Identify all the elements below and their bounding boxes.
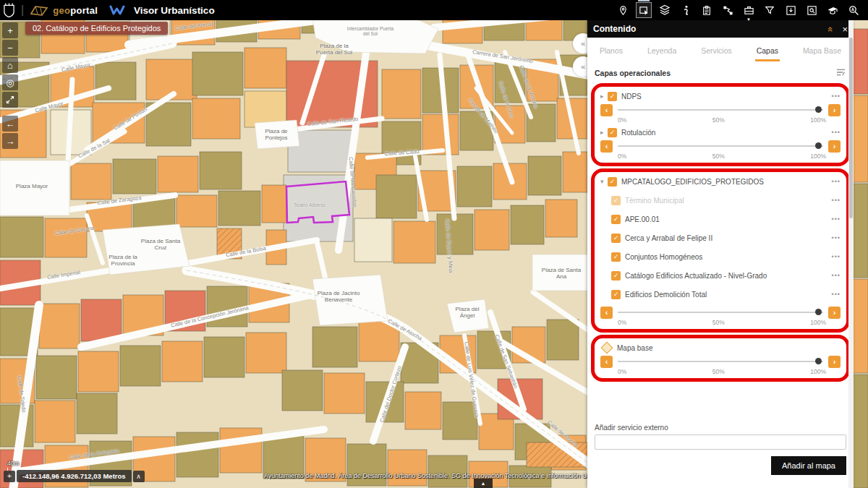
zoom-in-button[interactable]: +	[2, 22, 18, 38]
header-toolbar: ▼	[616, 3, 868, 17]
add-service-input[interactable]	[595, 435, 846, 450]
map-selection-icon[interactable]	[637, 3, 651, 17]
add-service-label: Añadir servicio externo	[595, 424, 846, 432]
tab-servicios[interactable]: Servicios	[699, 42, 733, 61]
layer-row-mapa-base[interactable]: Mapa base	[600, 342, 841, 354]
zoom-out-button[interactable]: −	[2, 40, 18, 56]
opacity-decrease-button[interactable]	[600, 356, 613, 368]
opacity-0-label: 0%	[618, 153, 626, 161]
fullscreen-button[interactable]	[2, 92, 18, 108]
layer-row-ndps[interactable]: ▸ NDPS	[600, 90, 841, 102]
map-attribution: Ayuntamiento de Madrid. Área de Desarrol…	[264, 472, 590, 479]
chevron-down-icon[interactable]: ▾	[600, 178, 608, 185]
opacity-increase-button[interactable]	[828, 104, 841, 116]
info-icon[interactable]	[678, 3, 693, 17]
chevron-right-icon[interactable]: ▸	[600, 93, 608, 100]
layer-row-edificios-demolicion[interactable]: Edificios Demolición Total	[611, 288, 841, 300]
clipboard-icon[interactable]	[699, 3, 714, 17]
checkbox-checked-icon[interactable]	[608, 92, 617, 101]
download-panel-icon[interactable]	[783, 3, 798, 17]
location-pin-icon[interactable]	[616, 3, 630, 17]
layer-row-termino-municipal[interactable]: Término Municipal	[611, 194, 841, 206]
checkbox-checked-icon[interactable]	[608, 128, 617, 137]
layer-menu-icon[interactable]	[832, 215, 841, 223]
opacity-track[interactable]	[618, 312, 823, 313]
cap-icon[interactable]	[825, 3, 840, 17]
forward-button[interactable]: →	[2, 133, 18, 149]
chevron-down-icon: ▼	[746, 17, 751, 22]
brand-geoportal[interactable]: geoportal	[53, 4, 98, 17]
opacity-decrease-button[interactable]	[600, 104, 613, 116]
opacity-100-label: 100%	[810, 153, 826, 161]
opacity-track[interactable]	[618, 109, 823, 111]
crosshair-icon[interactable]: +	[4, 471, 15, 482]
layer-order-icon[interactable]	[835, 67, 846, 80]
chevron-up-icon[interactable]: ∧	[133, 471, 145, 482]
section-title: Capas operacionales	[595, 69, 671, 77]
visor-logo-icon	[109, 4, 125, 16]
layer-menu-icon[interactable]	[832, 253, 841, 260]
checkbox-checked-icon[interactable]	[611, 252, 621, 262]
opacity-decrease-button[interactable]	[600, 140, 613, 153]
checkbox-checked-icon[interactable]	[611, 234, 621, 243]
layer-menu-icon[interactable]	[832, 234, 841, 241]
overview-window-icon[interactable]	[804, 3, 819, 17]
layer-label: Rotulación	[621, 129, 655, 137]
filter-icon[interactable]	[762, 3, 777, 17]
opacity-track[interactable]	[618, 145, 823, 147]
layer-row-ape-00-01[interactable]: APE.00.01	[611, 213, 841, 225]
layer-row-cerca-arrabal[interactable]: Cerca y Arrabal de Felipe II	[611, 232, 841, 244]
checkbox-checked-disabled-icon[interactable]	[611, 196, 621, 205]
collapse-panel-icon[interactable]: «	[826, 26, 835, 31]
home-button[interactable]: ⌂	[2, 57, 18, 73]
layer-menu-icon[interactable]	[832, 93, 841, 100]
add-to-map-button[interactable]: Añadir al mapa	[771, 456, 846, 475]
checkbox-checked-icon[interactable]	[608, 177, 617, 187]
layer-label: Conjuntos Homogéneos	[625, 253, 702, 261]
opacity-100-label: 100%	[810, 319, 826, 328]
layer-row-conjuntos-homogeneos[interactable]: Conjuntos Homogéneos	[611, 251, 841, 262]
tab-capas[interactable]: Capas	[755, 42, 780, 61]
layers-icon[interactable]	[658, 3, 672, 17]
toolbox-icon[interactable]: ▼	[741, 3, 756, 17]
opacity-increase-button[interactable]	[828, 356, 841, 368]
checkbox-checked-icon[interactable]	[611, 215, 621, 224]
bottom-panel-toggle[interactable]: ▲	[474, 479, 493, 488]
layer-menu-icon[interactable]	[832, 178, 841, 185]
panel-scrollbar[interactable]	[848, 20, 854, 488]
opacity-handle[interactable]	[815, 358, 822, 364]
opacity-decrease-button[interactable]	[600, 307, 613, 319]
chevron-right-icon[interactable]: ▸	[600, 129, 608, 136]
basemap-diamond-icon	[601, 342, 613, 354]
geoportal-logo-icon	[30, 4, 48, 17]
layer-menu-icon[interactable]	[832, 197, 841, 204]
opacity-increase-button[interactable]	[828, 140, 841, 153]
rotulacion-opacity-slider	[600, 140, 841, 153]
tab-leyenda[interactable]: Leyenda	[646, 42, 678, 61]
locate-button[interactable]: ◎	[2, 74, 18, 90]
close-panel-icon[interactable]: ×	[842, 25, 848, 34]
opacity-increase-button[interactable]	[828, 307, 841, 319]
tab-mapa-base[interactable]: Mapa Base	[801, 42, 843, 61]
layer-row-catalogo-edificios[interactable]: Catálogo Edificios Actualizado - Nivel-G…	[611, 270, 841, 281]
opacity-scale: 0% 50% 100%	[600, 116, 841, 125]
layer-menu-icon[interactable]	[832, 272, 841, 279]
opacity-0-label: 0%	[618, 116, 626, 125]
map-title-badge: 02. Catálogo de Edificios Protegidos	[25, 22, 168, 35]
scrollbar-thumb[interactable]	[849, 38, 853, 218]
opacity-handle[interactable]	[815, 142, 822, 149]
layer-menu-icon[interactable]	[832, 129, 841, 136]
opacity-handle[interactable]	[815, 309, 822, 315]
tab-planos[interactable]: Planos	[598, 42, 624, 61]
layer-menu-icon[interactable]	[832, 291, 841, 298]
opacity-handle[interactable]	[815, 106, 822, 113]
network-nodes-icon[interactable]	[720, 3, 735, 17]
checkbox-checked-icon[interactable]	[611, 290, 621, 299]
search-icon[interactable]	[846, 3, 861, 17]
back-button[interactable]: ←	[2, 116, 18, 132]
layer-row-rotulacion[interactable]: ▸ Rotulación	[600, 127, 841, 138]
opacity-track[interactable]	[618, 361, 823, 362]
layer-row-mpcatalogo[interactable]: ▾ MPCATALOGO_EDIFICIOS_PROTEGIDOS	[600, 176, 841, 187]
layer-label: NDPS	[621, 93, 642, 100]
checkbox-checked-icon[interactable]	[611, 271, 621, 281]
